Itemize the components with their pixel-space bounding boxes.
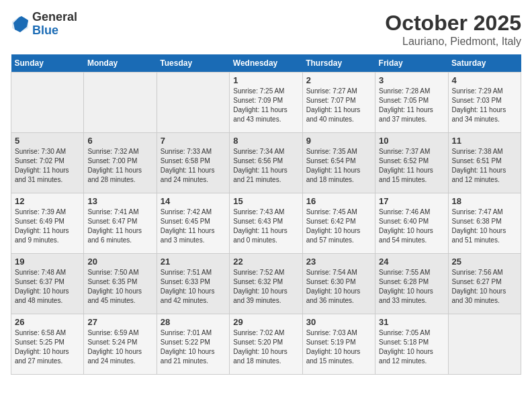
day-number: 12 bbox=[15, 196, 80, 206]
day-number: 16 bbox=[306, 196, 371, 206]
day-number: 2 bbox=[306, 75, 371, 85]
location: Lauriano, Piedmont, Italy bbox=[385, 36, 521, 48]
day-detail: Sunrise: 7:43 AM Sunset: 6:43 PM Dayligh… bbox=[233, 208, 298, 245]
calendar-cell: 28Sunrise: 7:01 AM Sunset: 5:22 PM Dayli… bbox=[157, 314, 229, 375]
calendar-cell bbox=[448, 314, 521, 375]
calendar-body: 1Sunrise: 7:25 AM Sunset: 7:09 PM Daylig… bbox=[11, 73, 521, 375]
day-number: 23 bbox=[306, 257, 371, 267]
day-number: 9 bbox=[306, 136, 371, 146]
calendar-cell: 12Sunrise: 7:39 AM Sunset: 6:49 PM Dayli… bbox=[11, 193, 84, 254]
svg-marker-2 bbox=[13, 16, 28, 32]
day-detail: Sunrise: 7:02 AM Sunset: 5:20 PM Dayligh… bbox=[233, 328, 298, 366]
day-number: 25 bbox=[452, 257, 517, 267]
day-number: 30 bbox=[306, 317, 371, 327]
day-detail: Sunrise: 7:51 AM Sunset: 6:33 PM Dayligh… bbox=[161, 268, 226, 306]
day-detail: Sunrise: 7:33 AM Sunset: 6:58 PM Dayligh… bbox=[161, 147, 226, 185]
calendar-cell bbox=[157, 73, 229, 133]
weekday-header: Friday bbox=[375, 54, 448, 73]
day-number: 11 bbox=[452, 136, 517, 146]
calendar-week-row: 19Sunrise: 7:48 AM Sunset: 6:37 PM Dayli… bbox=[11, 254, 521, 314]
title-block: October 2025 Lauriano, Piedmont, Italy bbox=[385, 11, 521, 48]
calendar-cell: 4Sunrise: 7:29 AM Sunset: 7:03 PM Daylig… bbox=[448, 73, 521, 133]
calendar-cell: 21Sunrise: 7:51 AM Sunset: 6:33 PM Dayli… bbox=[157, 254, 229, 314]
calendar-cell: 14Sunrise: 7:42 AM Sunset: 6:45 PM Dayli… bbox=[157, 193, 229, 254]
calendar-cell: 8Sunrise: 7:34 AM Sunset: 6:56 PM Daylig… bbox=[230, 133, 302, 193]
day-detail: Sunrise: 7:39 AM Sunset: 6:49 PM Dayligh… bbox=[15, 208, 80, 245]
day-number: 4 bbox=[452, 75, 517, 85]
calendar-cell: 11Sunrise: 7:38 AM Sunset: 6:51 PM Dayli… bbox=[448, 133, 521, 193]
month-title: October 2025 bbox=[385, 11, 521, 36]
calendar-cell: 10Sunrise: 7:37 AM Sunset: 6:52 PM Dayli… bbox=[375, 133, 448, 193]
weekday-header: Sunday bbox=[11, 54, 84, 73]
weekday-header: Thursday bbox=[302, 54, 375, 73]
calendar-week-row: 1Sunrise: 7:25 AM Sunset: 7:09 PM Daylig… bbox=[11, 73, 521, 133]
day-detail: Sunrise: 7:32 AM Sunset: 7:00 PM Dayligh… bbox=[87, 147, 152, 185]
day-number: 19 bbox=[15, 257, 80, 267]
day-detail: Sunrise: 7:28 AM Sunset: 7:05 PM Dayligh… bbox=[379, 87, 444, 124]
calendar-cell: 13Sunrise: 7:41 AM Sunset: 6:47 PM Dayli… bbox=[84, 193, 157, 254]
day-detail: Sunrise: 7:46 AM Sunset: 6:40 PM Dayligh… bbox=[379, 208, 444, 245]
calendar-cell: 20Sunrise: 7:50 AM Sunset: 6:35 PM Dayli… bbox=[84, 254, 157, 314]
day-number: 1 bbox=[233, 75, 298, 85]
calendar-cell: 19Sunrise: 7:48 AM Sunset: 6:37 PM Dayli… bbox=[11, 254, 84, 314]
day-detail: Sunrise: 7:50 AM Sunset: 6:35 PM Dayligh… bbox=[87, 268, 152, 306]
calendar-cell: 2Sunrise: 7:27 AM Sunset: 7:07 PM Daylig… bbox=[302, 73, 375, 133]
day-detail: Sunrise: 7:25 AM Sunset: 7:09 PM Dayligh… bbox=[233, 87, 298, 124]
day-number: 10 bbox=[379, 136, 444, 146]
day-detail: Sunrise: 7:56 AM Sunset: 6:27 PM Dayligh… bbox=[452, 268, 517, 306]
calendar-cell: 1Sunrise: 7:25 AM Sunset: 7:09 PM Daylig… bbox=[230, 73, 302, 133]
day-detail: Sunrise: 7:35 AM Sunset: 6:54 PM Dayligh… bbox=[306, 147, 371, 185]
calendar-cell: 9Sunrise: 7:35 AM Sunset: 6:54 PM Daylig… bbox=[302, 133, 375, 193]
logo-text: General Blue bbox=[32, 11, 77, 38]
calendar-week-row: 5Sunrise: 7:30 AM Sunset: 7:02 PM Daylig… bbox=[11, 133, 521, 193]
day-number: 29 bbox=[233, 317, 298, 327]
calendar-header: SundayMondayTuesdayWednesdayThursdayFrid… bbox=[11, 54, 521, 73]
day-detail: Sunrise: 6:58 AM Sunset: 5:25 PM Dayligh… bbox=[15, 328, 80, 366]
calendar-table: SundayMondayTuesdayWednesdayThursdayFrid… bbox=[11, 54, 521, 375]
day-detail: Sunrise: 7:41 AM Sunset: 6:47 PM Dayligh… bbox=[87, 208, 152, 245]
day-detail: Sunrise: 7:01 AM Sunset: 5:22 PM Dayligh… bbox=[161, 328, 226, 366]
page-header: General Blue October 2025 Lauriano, Pied… bbox=[11, 11, 521, 48]
calendar-week-row: 26Sunrise: 6:58 AM Sunset: 5:25 PM Dayli… bbox=[11, 314, 521, 375]
day-detail: Sunrise: 7:47 AM Sunset: 6:38 PM Dayligh… bbox=[452, 208, 517, 245]
day-detail: Sunrise: 7:45 AM Sunset: 6:42 PM Dayligh… bbox=[306, 208, 371, 245]
day-detail: Sunrise: 7:38 AM Sunset: 6:51 PM Dayligh… bbox=[452, 147, 517, 185]
calendar-cell: 22Sunrise: 7:52 AM Sunset: 6:32 PM Dayli… bbox=[230, 254, 302, 314]
weekday-header-row: SundayMondayTuesdayWednesdayThursdayFrid… bbox=[11, 54, 521, 73]
calendar-cell: 31Sunrise: 7:05 AM Sunset: 5:18 PM Dayli… bbox=[375, 314, 448, 375]
day-number: 15 bbox=[233, 196, 298, 206]
day-detail: Sunrise: 7:54 AM Sunset: 6:30 PM Dayligh… bbox=[306, 268, 371, 306]
calendar-cell bbox=[84, 73, 157, 133]
logo-icon bbox=[11, 15, 30, 34]
weekday-header: Saturday bbox=[448, 54, 521, 73]
calendar-week-row: 12Sunrise: 7:39 AM Sunset: 6:49 PM Dayli… bbox=[11, 193, 521, 254]
day-detail: Sunrise: 7:29 AM Sunset: 7:03 PM Dayligh… bbox=[452, 87, 517, 124]
calendar-cell: 3Sunrise: 7:28 AM Sunset: 7:05 PM Daylig… bbox=[375, 73, 448, 133]
day-detail: Sunrise: 7:37 AM Sunset: 6:52 PM Dayligh… bbox=[379, 147, 444, 185]
calendar-cell bbox=[11, 73, 84, 133]
day-number: 21 bbox=[161, 257, 226, 267]
day-detail: Sunrise: 6:59 AM Sunset: 5:24 PM Dayligh… bbox=[87, 328, 152, 366]
calendar-cell: 7Sunrise: 7:33 AM Sunset: 6:58 PM Daylig… bbox=[157, 133, 229, 193]
day-number: 5 bbox=[15, 136, 80, 146]
weekday-header: Tuesday bbox=[157, 54, 229, 73]
day-number: 20 bbox=[87, 257, 152, 267]
day-detail: Sunrise: 7:55 AM Sunset: 6:28 PM Dayligh… bbox=[379, 268, 444, 306]
day-number: 6 bbox=[87, 136, 152, 146]
day-detail: Sunrise: 7:30 AM Sunset: 7:02 PM Dayligh… bbox=[15, 147, 80, 185]
calendar-cell: 15Sunrise: 7:43 AM Sunset: 6:43 PM Dayli… bbox=[230, 193, 302, 254]
calendar-cell: 6Sunrise: 7:32 AM Sunset: 7:00 PM Daylig… bbox=[84, 133, 157, 193]
day-detail: Sunrise: 7:27 AM Sunset: 7:07 PM Dayligh… bbox=[306, 87, 371, 124]
day-number: 8 bbox=[233, 136, 298, 146]
weekday-header: Wednesday bbox=[230, 54, 302, 73]
logo: General Blue bbox=[11, 11, 77, 38]
calendar-cell: 16Sunrise: 7:45 AM Sunset: 6:42 PM Dayli… bbox=[302, 193, 375, 254]
day-detail: Sunrise: 7:48 AM Sunset: 6:37 PM Dayligh… bbox=[15, 268, 80, 306]
day-detail: Sunrise: 7:05 AM Sunset: 5:18 PM Dayligh… bbox=[379, 328, 444, 366]
calendar-cell: 26Sunrise: 6:58 AM Sunset: 5:25 PM Dayli… bbox=[11, 314, 84, 375]
calendar-cell: 27Sunrise: 6:59 AM Sunset: 5:24 PM Dayli… bbox=[84, 314, 157, 375]
day-number: 22 bbox=[233, 257, 298, 267]
day-number: 18 bbox=[452, 196, 517, 206]
day-number: 27 bbox=[87, 317, 152, 327]
day-detail: Sunrise: 7:42 AM Sunset: 6:45 PM Dayligh… bbox=[161, 208, 226, 245]
